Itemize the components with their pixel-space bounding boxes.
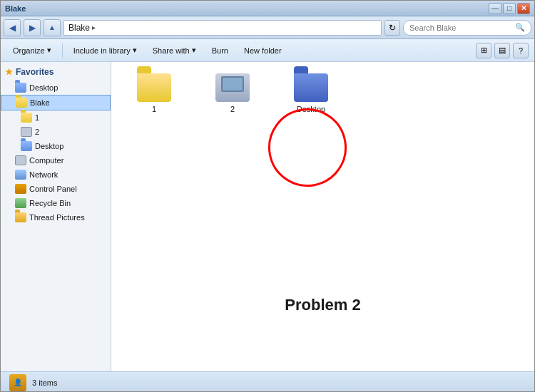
title-bar: Blake — □ ✕ xyxy=(1,1,534,16)
file-item-2[interactable]: 2 xyxy=(204,71,261,116)
toolbar: Organize ▾ Include in library ▾ Share wi… xyxy=(1,39,534,62)
computer-2-icon xyxy=(21,127,32,137)
file-area: 1 2 Desktop Problem 2 xyxy=(111,62,534,371)
minimize-button[interactable]: — xyxy=(489,3,501,14)
maximize-button[interactable]: □ xyxy=(503,3,516,14)
sidebar-item-computer[interactable]: Computer xyxy=(1,153,111,167)
path-arrow: ▸ xyxy=(92,24,96,31)
path-item: Blake xyxy=(68,23,90,33)
desktop-sub-icon xyxy=(21,141,32,151)
status-count: 3 items xyxy=(32,378,57,387)
refresh-button[interactable]: ↻ xyxy=(384,20,400,36)
favorites-section: ★ Favorites xyxy=(1,65,111,79)
star-icon: ★ xyxy=(5,67,13,77)
sidebar-control-panel-label: Control Panel xyxy=(29,185,77,193)
computer-2-large-icon xyxy=(215,73,250,102)
sidebar-item-2[interactable]: 2 xyxy=(1,125,111,139)
sidebar-item-blake[interactable]: Blake xyxy=(1,95,111,110)
help-button[interactable]: ? xyxy=(513,43,529,58)
main-area: ★ Favorites Desktop Blake 1 2 Desktop xyxy=(1,62,534,371)
problem-text: Problem 2 xyxy=(285,296,360,314)
favorites-header[interactable]: ★ Favorites xyxy=(1,65,111,79)
share-with-button[interactable]: Share with ▾ xyxy=(146,42,203,59)
recycle-bin-icon xyxy=(15,198,26,208)
search-icon: 🔍 xyxy=(515,23,525,32)
organize-button[interactable]: Organize ▾ xyxy=(6,42,58,59)
search-input[interactable] xyxy=(409,24,512,32)
address-bar: ◀ ▶ ▲ Blake ▸ ↻ 🔍 xyxy=(1,16,534,39)
burn-button[interactable]: Burn xyxy=(205,42,235,59)
control-panel-icon xyxy=(15,184,26,194)
user-icon: 👤 xyxy=(9,374,26,391)
sidebar-item-1[interactable]: 1 xyxy=(1,110,111,125)
computer-icon xyxy=(15,155,26,165)
details-pane-button[interactable]: ▤ xyxy=(494,43,510,58)
file-label-desktop: Desktop xyxy=(297,105,325,113)
sidebar-item-2-label: 2 xyxy=(35,128,39,136)
sidebar-item-1-label: 1 xyxy=(35,113,39,122)
sidebar-computer-label: Computer xyxy=(29,156,63,165)
up-button[interactable]: ▲ xyxy=(44,19,61,36)
new-folder-button[interactable]: New folder xyxy=(238,42,288,59)
forward-button[interactable]: ▶ xyxy=(24,19,41,36)
file-grid: 1 2 Desktop xyxy=(126,71,520,116)
status-bar: 👤 3 items xyxy=(1,371,534,392)
sidebar-blake-label: Blake xyxy=(30,98,50,107)
sidebar: ★ Favorites Desktop Blake 1 2 Desktop xyxy=(1,62,111,371)
thread-pictures-icon xyxy=(15,212,26,222)
file-label-1: 1 xyxy=(152,105,156,113)
sidebar-recycle-bin-label: Recycle Bin xyxy=(29,199,71,207)
sidebar-item-desktop-sub[interactable]: Desktop xyxy=(1,139,111,153)
favorites-label: Favorites xyxy=(16,67,54,77)
file-item-desktop[interactable]: Desktop xyxy=(282,71,340,116)
sidebar-item-network[interactable]: Network xyxy=(1,167,111,182)
folder-1-icon xyxy=(21,113,32,123)
blake-folder-icon xyxy=(16,98,27,108)
desktop-folder-icon xyxy=(15,83,26,93)
address-path[interactable]: Blake ▸ xyxy=(63,20,382,36)
sidebar-desktop-sub-label: Desktop xyxy=(35,142,63,150)
close-button[interactable]: ✕ xyxy=(517,3,530,14)
folder-1-large-icon xyxy=(137,73,171,102)
toolbar-divider xyxy=(62,43,63,58)
title-bar-buttons: — □ ✕ xyxy=(489,3,530,14)
sidebar-item-thread-pictures[interactable]: Thread Pictures xyxy=(1,210,111,225)
file-label-2: 2 xyxy=(230,105,235,113)
sidebar-item-desktop[interactable]: Desktop xyxy=(1,81,111,95)
computer-screen xyxy=(221,76,244,92)
search-box[interactable]: 🔍 xyxy=(403,20,531,36)
sidebar-item-control-panel[interactable]: Control Panel xyxy=(1,182,111,196)
network-icon xyxy=(15,170,26,180)
include-in-library-button[interactable]: Include in library ▾ xyxy=(67,42,143,59)
file-item-1[interactable]: 1 xyxy=(126,71,183,116)
sidebar-desktop-label: Desktop xyxy=(29,83,58,92)
sidebar-thread-pictures-label: Thread Pictures xyxy=(29,213,85,222)
view-toggle-button[interactable]: ⊞ xyxy=(476,43,491,58)
sidebar-network-label: Network xyxy=(29,170,58,179)
sidebar-item-recycle-bin[interactable]: Recycle Bin xyxy=(1,196,111,210)
title-bar-text: Blake xyxy=(5,4,26,13)
toolbar-right: ⊞ ▤ ? xyxy=(476,43,529,58)
back-button[interactable]: ◀ xyxy=(4,19,21,36)
desktop-large-icon xyxy=(294,73,328,102)
